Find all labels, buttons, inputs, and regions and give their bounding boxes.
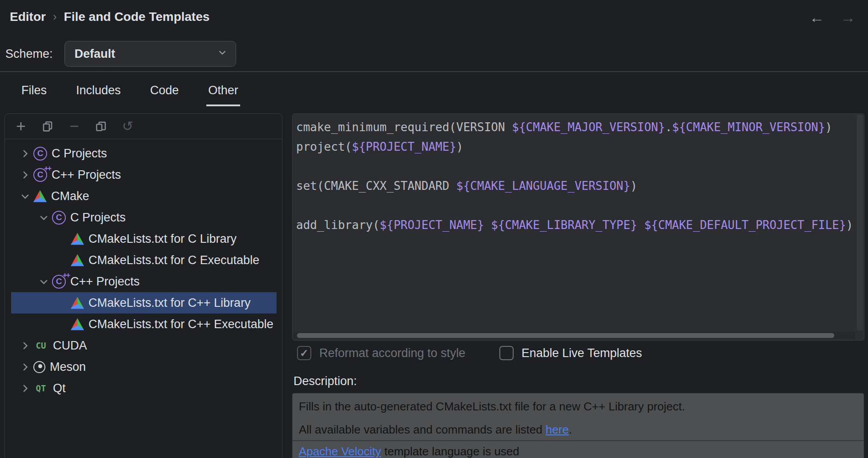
template-toolbar: ↺ xyxy=(5,114,282,139)
back-arrow-icon[interactable]: ← xyxy=(809,10,824,25)
tab-other[interactable]: Other xyxy=(206,78,240,106)
template-tabs: Files Includes Code Other xyxy=(20,78,240,106)
code-line xyxy=(296,157,864,176)
code-line xyxy=(296,196,864,215)
code-line: cmake_minimum_required(VERSION ${CMAKE_M… xyxy=(296,117,864,137)
chevron-down-icon[interactable] xyxy=(35,273,52,290)
live-templates-checkbox-option[interactable]: Enable Live Templates xyxy=(499,346,642,360)
scheme-dropdown-value: Default xyxy=(75,47,116,61)
breadcrumb-root[interactable]: Editor xyxy=(10,10,46,24)
tree-item-label: CMakeLists.txt for C Executable xyxy=(88,253,259,267)
tree-item-label: CMake xyxy=(51,189,89,203)
chevron-down-icon[interactable] xyxy=(35,209,52,226)
chevron-spacer xyxy=(54,316,71,333)
tree-item[interactable]: CC Projects xyxy=(11,143,277,164)
chevron-down-icon xyxy=(217,47,228,61)
cmake-icon xyxy=(71,318,84,330)
breadcrumb: Editor › File and Code Templates xyxy=(10,10,209,24)
cmake-icon xyxy=(71,254,84,266)
page-title: File and Code Templates xyxy=(64,10,210,24)
tree-item-label: C Projects xyxy=(70,211,126,225)
tree-item-label: CMakeLists.txt for C Library xyxy=(88,232,237,246)
reformat-checkbox-option[interactable]: ✓ Reformat according to style xyxy=(297,346,466,360)
tree-item[interactable]: C++C++ Projects xyxy=(11,164,277,185)
history-nav: ← → xyxy=(809,10,856,25)
duplicate-icon[interactable] xyxy=(95,120,107,133)
cuda-icon: CU xyxy=(33,338,48,353)
tree-item-label: CMakeLists.txt for C++ Executable xyxy=(88,317,273,331)
chevron-down-icon[interactable] xyxy=(16,188,33,205)
tab-includes[interactable]: Includes xyxy=(74,78,123,106)
tab-files[interactable]: Files xyxy=(20,78,48,106)
live-templates-checkbox-label: Enable Live Templates xyxy=(522,346,642,360)
add-icon[interactable] xyxy=(15,120,27,133)
tree-item[interactable]: QTQt xyxy=(11,378,277,399)
scheme-row: Scheme: Default xyxy=(5,41,236,67)
chevron-spacer xyxy=(54,252,71,269)
options-row: ✓ Reformat according to style Enable Liv… xyxy=(297,346,642,360)
code-line: set(CMAKE_CXX_STANDARD ${CMAKE_LANGUAGE_… xyxy=(296,176,864,196)
cpp-project-icon: C++ xyxy=(33,168,47,182)
code-line: add_library(${PROJECT_NAME} ${CMAKE_LIBR… xyxy=(296,215,864,235)
template-list-panel: ↺ CC ProjectsC++C++ ProjectsCMakeCC Proj… xyxy=(4,113,282,458)
meson-icon xyxy=(33,361,45,373)
forward-arrow-icon[interactable]: → xyxy=(840,10,856,25)
cmake-icon xyxy=(71,297,84,309)
qt-icon: QT xyxy=(33,381,48,396)
tree-item[interactable]: CMake xyxy=(11,185,277,207)
tree-item-label: Meson xyxy=(50,360,86,374)
tab-code[interactable]: Code xyxy=(149,78,181,106)
tree-item-label: C++ Projects xyxy=(52,168,121,182)
scheme-label: Scheme: xyxy=(5,47,53,61)
tree-item-label: C Projects xyxy=(52,147,107,161)
tree-item[interactable]: CMakeLists.txt for C Executable xyxy=(11,249,277,271)
description-label: Description: xyxy=(293,374,357,388)
c-project-icon: C xyxy=(52,211,66,225)
template-editor-code: cmake_minimum_required(VERSION ${CMAKE_M… xyxy=(293,114,864,235)
scheme-dropdown[interactable]: Default xyxy=(64,41,236,67)
template-tree: CC ProjectsC++C++ ProjectsCMakeCC Projec… xyxy=(5,139,282,399)
vertical-scrollbar[interactable] xyxy=(857,115,863,330)
tree-item[interactable]: Meson xyxy=(11,356,277,378)
copy-icon[interactable] xyxy=(41,120,54,133)
revert-icon[interactable]: ↺ xyxy=(121,120,134,133)
description-box: Fills in the auto-generated CMakeLists.t… xyxy=(292,393,864,458)
horizontal-scrollbar-thumb[interactable] xyxy=(297,333,834,338)
cmake-icon xyxy=(71,233,84,245)
chevron-spacer xyxy=(54,294,71,311)
template-editor[interactable]: cmake_minimum_required(VERSION ${CMAKE_M… xyxy=(292,113,864,341)
tree-item-label: C++ Projects xyxy=(70,275,140,289)
chevron-spacer xyxy=(54,230,71,247)
tree-item[interactable]: CMakeLists.txt for C++ Library xyxy=(11,292,277,313)
tree-item-label: Qt xyxy=(53,382,66,395)
tree-item[interactable]: CMakeLists.txt for C Library xyxy=(11,228,277,249)
description-line-3: Apache Velocity template language is use… xyxy=(299,444,857,458)
c-project-icon: C xyxy=(33,147,47,161)
tree-item-label: CMakeLists.txt for C++ Library xyxy=(88,296,251,310)
header-separator xyxy=(0,71,868,72)
remove-icon[interactable] xyxy=(68,120,80,133)
chevron-right-icon[interactable] xyxy=(16,380,33,397)
apache-velocity-link[interactable]: Apache Velocity xyxy=(299,445,381,458)
description-line-1: Fills in the auto-generated CMakeLists.t… xyxy=(299,399,857,414)
tree-item[interactable]: CC Projects xyxy=(11,207,277,228)
checkbox-checked-icon[interactable]: ✓ xyxy=(297,346,311,360)
chevron-right-icon[interactable] xyxy=(16,166,33,183)
breadcrumb-separator-icon: › xyxy=(53,10,57,24)
tree-item[interactable]: C++C++ Projects xyxy=(11,271,277,292)
cpp-project-icon: C++ xyxy=(52,275,66,289)
reformat-checkbox-label: Reformat according to style xyxy=(319,346,466,360)
tree-item[interactable]: CUCUDA xyxy=(11,335,277,356)
description-line-2: All available variables and commands are… xyxy=(299,422,857,437)
chevron-right-icon[interactable] xyxy=(16,358,33,375)
tree-item[interactable]: CMakeLists.txt for C++ Executable xyxy=(11,313,277,335)
code-line: project(${PROJECT_NAME}) xyxy=(296,137,864,157)
tree-item-label: CUDA xyxy=(53,339,87,353)
cmake-icon xyxy=(33,190,47,202)
description-divider xyxy=(293,440,864,441)
chevron-right-icon[interactable] xyxy=(16,145,33,162)
here-link[interactable]: here xyxy=(546,423,569,436)
checkbox-unchecked-icon[interactable] xyxy=(499,346,514,360)
horizontal-scrollbar xyxy=(293,332,855,339)
chevron-right-icon[interactable] xyxy=(16,337,33,354)
